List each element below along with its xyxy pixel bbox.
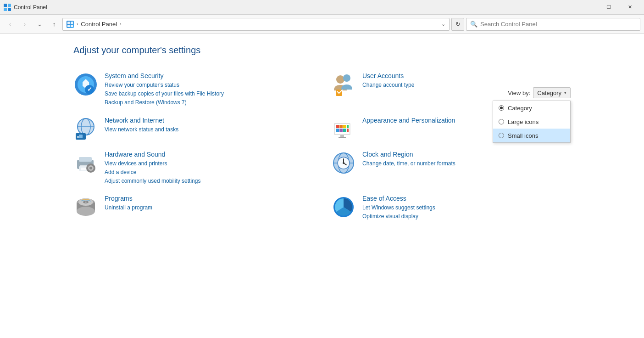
radio-category-icon <box>499 105 504 111</box>
network-internet-info: Network and Internet View network status… <box>105 117 178 134</box>
hardware-sound-title[interactable]: Hardware and Sound <box>105 151 200 158</box>
svg-rect-24 <box>336 125 339 128</box>
close-button[interactable]: ✕ <box>619 0 640 15</box>
svg-rect-20 <box>79 135 83 138</box>
refresh-button[interactable]: ↻ <box>451 18 464 31</box>
dropdown-arrow-icon: ▾ <box>564 90 566 95</box>
svg-rect-26 <box>343 125 346 128</box>
view-by-value: Category <box>537 90 561 96</box>
svg-rect-35 <box>79 157 92 162</box>
appearance-personalization-info: Appearance and Personalization <box>362 117 455 125</box>
svg-rect-28 <box>336 129 339 132</box>
up-button[interactable]: ↑ <box>48 18 61 31</box>
svg-point-12 <box>336 75 344 84</box>
control-panel-icon <box>67 21 74 28</box>
hardware-sound-link-3[interactable]: Adjust commonly used mobility settings <box>105 177 200 186</box>
address-separator-2: › <box>120 22 121 27</box>
network-internet-item: Network and Internet View network status… <box>73 117 313 141</box>
clock-region-link-1[interactable]: Change date, time, or number formats <box>362 159 455 168</box>
maximize-button[interactable]: ☐ <box>598 0 619 15</box>
hardware-sound-icon <box>73 151 98 175</box>
view-by-row: View by: Category ▾ <box>508 87 571 98</box>
dropdown-category-label: Category <box>508 105 532 112</box>
radio-small-icons-icon <box>499 133 504 138</box>
view-by-menu: Category Large icons Small icons <box>493 101 571 143</box>
svg-text:✓: ✓ <box>87 86 92 93</box>
system-security-icon: ✓ <box>73 72 98 97</box>
svg-rect-4 <box>67 22 70 24</box>
recent-locations-button[interactable]: ⌄ <box>33 18 46 31</box>
ease-of-access-title[interactable]: Ease of Access <box>362 195 435 202</box>
svg-rect-29 <box>339 129 343 132</box>
appearance-personalization-icon <box>331 117 356 141</box>
address-separator-1: › <box>77 22 78 27</box>
hardware-sound-link-2[interactable]: Add a device <box>105 168 200 177</box>
system-security-link-2[interactable]: Save backup copies of your files with Fi… <box>105 90 224 98</box>
programs-item: Programs Uninstall a program <box>73 195 313 221</box>
title-bar-text: Control Panel <box>14 4 577 11</box>
system-security-title[interactable]: System and Security <box>105 72 224 79</box>
svg-rect-7 <box>71 25 73 27</box>
address-bar[interactable]: › Control Panel › ⌄ <box>62 18 450 31</box>
programs-link-1[interactable]: Uninstall a program <box>105 203 152 212</box>
clock-region-item: Clock and Region Change date, time, or n… <box>331 151 571 186</box>
programs-icon <box>73 195 98 220</box>
dropdown-small-icons[interactable]: Small icons <box>493 129 570 142</box>
page-title: Adjust your computer's settings <box>73 45 571 56</box>
svg-rect-21 <box>77 136 79 138</box>
ease-of-access-icon <box>331 195 356 220</box>
svg-point-56 <box>85 202 87 203</box>
appearance-personalization-title[interactable]: Appearance and Personalization <box>362 117 455 124</box>
ease-of-access-link-1[interactable]: Let Windows suggest settings <box>362 203 435 212</box>
svg-rect-6 <box>67 25 70 27</box>
user-accounts-icon <box>331 72 356 97</box>
svg-point-53 <box>77 207 95 216</box>
hardware-sound-item: Hardware and Sound View devices and prin… <box>73 151 313 186</box>
dropdown-category[interactable]: Category <box>493 101 570 115</box>
clock-region-title[interactable]: Clock and Region <box>362 151 455 158</box>
clock-region-icon <box>331 151 356 175</box>
svg-rect-2 <box>4 8 7 11</box>
hardware-sound-link-1[interactable]: View devices and printers <box>105 159 200 168</box>
ease-of-access-item: Ease of Access Let Windows suggest setti… <box>331 195 571 221</box>
ease-of-access-link-2[interactable]: Optimize visual display <box>362 212 435 221</box>
view-by-label: View by: <box>508 90 530 96</box>
svg-point-41 <box>89 167 92 169</box>
network-internet-icon <box>73 117 98 141</box>
svg-rect-31 <box>347 129 349 132</box>
system-security-link-3[interactable]: Backup and Restore (Windows 7) <box>105 98 224 107</box>
search-box[interactable]: 🔍 <box>466 18 640 31</box>
svg-rect-1 <box>8 4 11 7</box>
user-accounts-info: User Accounts Change account type <box>362 72 414 90</box>
minimize-button[interactable]: — <box>577 0 598 15</box>
nav-bar: ‹ › ⌄ ↑ › Control Panel › ⌄ ↻ 🔍 <box>0 15 644 34</box>
view-by-dropdown[interactable]: Category ▾ <box>533 87 571 98</box>
system-security-item: ✓ System and Security Review your comput… <box>73 72 313 107</box>
svg-rect-27 <box>347 125 349 128</box>
forward-button[interactable]: › <box>18 18 31 31</box>
search-icon: 🔍 <box>470 21 477 28</box>
items-grid: ✓ System and Security Review your comput… <box>73 72 571 221</box>
svg-point-13 <box>343 74 350 82</box>
back-button[interactable]: ‹ <box>4 18 17 31</box>
dropdown-large-icons[interactable]: Large icons <box>493 115 570 129</box>
address-dropdown-arrow[interactable]: ⌄ <box>441 21 445 27</box>
user-accounts-link-1[interactable]: Change account type <box>362 81 414 90</box>
programs-title[interactable]: Programs <box>105 195 152 202</box>
radio-large-icons-icon <box>499 119 504 124</box>
user-accounts-title[interactable]: User Accounts <box>362 72 414 79</box>
system-security-info: System and Security Review your computer… <box>105 72 224 107</box>
title-bar-controls: — ☐ ✕ <box>577 0 640 15</box>
search-input[interactable] <box>480 21 636 28</box>
clock-region-info: Clock and Region Change date, time, or n… <box>362 151 455 168</box>
programs-info: Programs Uninstall a program <box>105 195 152 212</box>
hardware-sound-info: Hardware and Sound View devices and prin… <box>105 151 200 186</box>
dropdown-large-icons-label: Large icons <box>508 118 539 125</box>
network-internet-title[interactable]: Network and Internet <box>105 117 178 124</box>
svg-rect-33 <box>339 137 346 138</box>
system-security-link-1[interactable]: Review your computer's status <box>105 81 224 90</box>
svg-rect-30 <box>343 129 346 132</box>
network-internet-link-1[interactable]: View network status and tasks <box>105 125 178 134</box>
svg-rect-5 <box>71 22 73 24</box>
svg-rect-0 <box>4 4 7 7</box>
